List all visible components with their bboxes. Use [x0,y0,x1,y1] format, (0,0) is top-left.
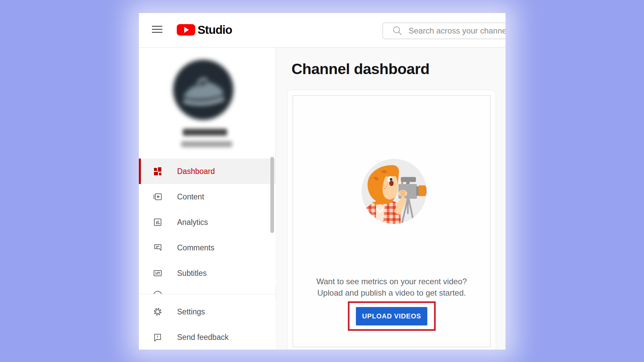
youtube-studio-logo[interactable]: Studio [177,23,232,37]
sidebar-item-settings[interactable]: Settings [139,299,276,324]
tutorial-highlight-box: UPLOAD VIDEOS [348,301,436,331]
sidebar-section-divider [139,294,276,294]
menu-button[interactable] [152,24,163,35]
avatar-image-blurred [173,60,233,120]
sidebar-item-label: Dashboard [177,167,215,176]
sidebar-item-label: Content [177,192,204,201]
active-indicator [139,159,141,184]
analytics-icon [153,218,162,227]
desktop-background: Studio [0,0,644,362]
copyright-icon [153,291,162,294]
brand-wordmark: Studio [198,23,232,37]
channel-name-redacted [183,129,227,136]
message-line-1: Want to see metrics on your recent video… [287,276,496,287]
sidebar-item-comments[interactable]: Comments [139,235,276,260]
page-title: Channel dashboard [291,60,430,78]
dashboard-icon [153,167,162,176]
youtube-play-icon [177,23,195,36]
channel-avatar[interactable] [173,60,233,120]
search-icon [392,26,402,36]
top-header: Studio [139,13,505,48]
search-box [382,22,505,39]
search-input[interactable] [409,23,505,39]
hamburger-icon [152,26,162,27]
sidebar-item-label: Comments [177,243,214,252]
dashboard-empty-state-card: Want to see metrics on your recent video… [287,90,496,350]
sidebar-item-content[interactable]: Content [139,184,276,209]
content-icon [153,192,162,201]
sidebar-item-label: Settings [177,307,205,316]
channel-profile-section [139,48,275,155]
sidebar-item-label: Subtitles [177,269,207,278]
sidebar-item-dashboard[interactable]: Dashboard [139,159,276,184]
main-content: Channel dashboard [276,48,505,350]
message-line-2: Upload and publish a video to get starte… [287,287,496,299]
channel-handle-redacted [181,141,232,147]
cameraman-illustration [357,158,428,229]
settings-icon [153,307,162,316]
feedback-icon [153,333,162,342]
empty-state-message: Want to see metrics on your recent video… [287,276,496,299]
subtitles-icon [153,268,162,278]
sidebar-item-subtitles[interactable]: Subtitles [139,260,276,286]
youtube-studio-window: Studio [139,13,505,350]
comments-icon [153,243,162,252]
sidebar-item-label: Send feedback [177,333,228,342]
sidebar-item-copyright-partial[interactable] [139,291,276,294]
upload-videos-button[interactable]: UPLOAD VIDEOS [356,307,427,325]
sidebar-scrollbar-thumb[interactable] [270,157,274,233]
sidebar: Dashboard Content [139,48,276,350]
sidebar-item-send-feedback[interactable]: Send feedback [139,324,276,350]
sidebar-item-analytics[interactable]: Analytics [139,209,276,235]
sidebar-item-label: Analytics [177,218,208,227]
